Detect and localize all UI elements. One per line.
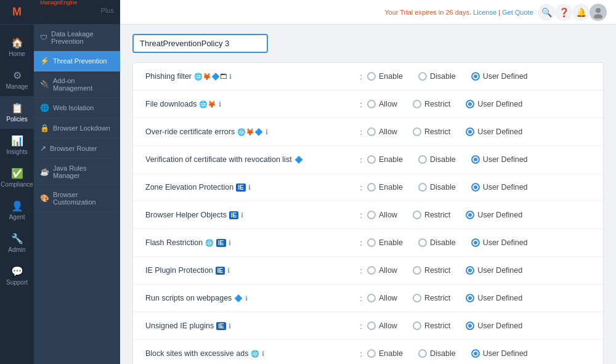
sub-sidebar-addon-label: Add-on Management <box>53 77 114 92</box>
radio-userdefined-excessive-ads[interactable]: User Defined <box>471 349 528 358</box>
sidebar-item-support-label: Support <box>6 279 28 286</box>
radio-allow-file-downloads[interactable]: Allow <box>367 100 397 108</box>
sidebar-item-admin-label: Admin <box>8 246 25 253</box>
sub-sidebar-item-threat-prevention[interactable]: ⚡ Threat Prevention <box>34 51 120 71</box>
radio-userdefined-flash-restriction[interactable]: User Defined <box>471 238 528 247</box>
info-icon-flash-restriction[interactable]: ℹ <box>229 239 231 247</box>
table-row: Browser Helper Objects IE ℹ : Allow Rest… <box>133 201 603 229</box>
sub-sidebar-item-browser-router[interactable]: ↗ Browser Router <box>34 139 120 159</box>
radio-enable-flash-restriction[interactable]: Enable <box>367 238 403 247</box>
sub-sidebar-java-label: Java Rules Manager <box>53 164 114 179</box>
sidebar-item-support[interactable]: 💬 Support <box>0 259 34 292</box>
setting-label-file-downloads: File downloads 🌐🦊 ℹ <box>145 100 355 108</box>
router-icon: ↗ <box>40 144 46 153</box>
radio-enable-zone-elevation[interactable]: Enable <box>367 183 403 192</box>
sidebar-item-compliance[interactable]: ✅ Compliance <box>0 161 34 194</box>
radio-restrict-browser-helper[interactable]: Restrict <box>413 211 450 219</box>
help-button[interactable]: ❓ <box>555 4 572 21</box>
radio-restrict-file-downloads[interactable]: Restrict <box>413 100 450 108</box>
lockdown-icon: 🔒 <box>40 124 49 132</box>
info-icon-run-scripts[interactable]: ℹ <box>245 294 248 302</box>
radio-enable-cert-revocation[interactable]: Enable <box>367 155 403 164</box>
policy-name-input[interactable] <box>132 34 268 53</box>
main-area: Your Trial expires in 26 days. License |… <box>120 0 616 364</box>
sidebar-item-admin[interactable]: 🔧 Admin <box>0 227 34 259</box>
custom-icon: 🎨 <box>40 194 49 203</box>
svg-point-1 <box>594 14 602 18</box>
radio-restrict-unsigned-ie[interactable]: Restrict <box>413 322 450 330</box>
radio-userdefined-run-scripts[interactable]: User Defined <box>466 294 522 302</box>
radio-userdefined-browser-helper[interactable]: User Defined <box>466 211 522 219</box>
insights-icon: 📊 <box>11 135 23 147</box>
table-row: Run scripts on webpages 🔷 ℹ : Allow Rest… <box>133 285 603 312</box>
radio-allow-cert-errors[interactable]: Allow <box>367 127 397 136</box>
sidebar-item-manage[interactable]: ⚙ Manage <box>0 63 34 96</box>
info-icon-phishing[interactable]: ℹ <box>229 73 232 81</box>
app-brand: ManageEngine Browser Security Plus <box>40 0 114 23</box>
sidebar-item-agent[interactable]: 👤 Agent <box>0 194 34 227</box>
sidebar-item-manage-label: Manage <box>6 83 28 90</box>
settings-card: Phishing filter 🌐🦊🔷🗔 ℹ : Enable Disable … <box>132 62 604 364</box>
table-row: Flash Restriction 🌐 IE ℹ : Enable Disabl… <box>133 229 603 257</box>
radio-userdefined-phishing[interactable]: User Defined <box>471 72 528 81</box>
info-icon-excessive-ads[interactable]: ℹ <box>262 350 264 358</box>
radio-disable-zone-elevation[interactable]: Disable <box>418 183 456 192</box>
sub-sidebar-item-web-isolation[interactable]: 🌐 Web Isolation <box>34 98 120 118</box>
manage-icon: ⚙ <box>13 70 22 81</box>
radio-userdefined-unsigned-ie[interactable]: User Defined <box>466 322 522 330</box>
sidebar-item-policies[interactable]: 📋 Policies <box>0 96 34 129</box>
get-quote-link[interactable]: Get Quote <box>502 9 533 16</box>
radio-enable-phishing[interactable]: Enable <box>367 72 403 81</box>
radio-disable-excessive-ads[interactable]: Disable <box>418 349 456 358</box>
info-icon-ie-plugin[interactable]: ℹ <box>227 267 230 275</box>
java-icon: ☕ <box>40 168 49 176</box>
radio-userdefined-file-downloads[interactable]: User Defined <box>466 100 522 108</box>
setting-label-excessive-ads: Block sites with excessive ads 🌐 ℹ <box>145 349 355 358</box>
sub-sidebar-item-browser-custom[interactable]: 🎨 Browser Customization <box>34 185 120 212</box>
radio-userdefined-cert-revocation[interactable]: User Defined <box>471 155 528 164</box>
sub-sidebar-item-data-leakage[interactable]: 🛡 Data Leakage Prevention <box>34 25 120 51</box>
radio-allow-run-scripts[interactable]: Allow <box>367 294 397 302</box>
info-icon-cert-errors[interactable]: ℹ <box>265 128 268 136</box>
sub-sidebar-item-browser-lockdown[interactable]: 🔒 Browser Lockdown <box>34 118 120 139</box>
sub-sidebar-router-label: Browser Router <box>50 145 97 152</box>
info-icon-zone-elevation[interactable]: ℹ <box>248 184 251 192</box>
sub-sidebar-web-label: Web Isolation <box>53 104 94 111</box>
content-area: Phishing filter 🌐🦊🔷🗔 ℹ : Enable Disable … <box>120 25 616 364</box>
sub-sidebar-item-java-rules[interactable]: ☕ Java Rules Manager <box>34 159 120 185</box>
radio-restrict-run-scripts[interactable]: Restrict <box>413 294 450 302</box>
avatar-icon <box>592 6 604 18</box>
trial-text: Your Trial expires in 26 days. License |… <box>384 9 533 16</box>
radio-userdefined-cert-errors[interactable]: User Defined <box>466 127 522 136</box>
sidebar-item-policies-label: Policies <box>6 116 27 123</box>
search-button[interactable]: 🔍 <box>538 4 555 21</box>
home-icon: 🏠 <box>11 37 23 49</box>
radio-enable-excessive-ads[interactable]: Enable <box>367 349 403 358</box>
radio-userdefined-zone-elevation[interactable]: User Defined <box>471 183 528 192</box>
radio-disable-phishing[interactable]: Disable <box>418 72 456 81</box>
radio-allow-browser-helper[interactable]: Allow <box>367 211 397 219</box>
radio-restrict-ie-plugin[interactable]: Restrict <box>413 266 450 275</box>
radio-allow-unsigned-ie[interactable]: Allow <box>367 322 397 330</box>
radio-userdefined-ie-plugin[interactable]: User Defined <box>466 266 522 275</box>
threat-icon: ⚡ <box>40 57 49 65</box>
user-avatar[interactable] <box>590 4 607 21</box>
radio-restrict-cert-errors[interactable]: Restrict <box>413 127 450 136</box>
table-row: Phishing filter 🌐🦊🔷🗔 ℹ : Enable Disable … <box>133 63 603 91</box>
info-icon-unsigned-ie[interactable]: ℹ <box>229 322 231 330</box>
info-icon-file-downloads[interactable]: ℹ <box>219 100 221 108</box>
radio-disable-cert-revocation[interactable]: Disable <box>418 155 456 164</box>
table-row: Verification of certificate with revocat… <box>133 146 603 174</box>
license-link[interactable]: License <box>473 9 496 16</box>
sidebar-item-agent-label: Agent <box>9 214 25 220</box>
sub-sidebar-item-addon-mgmt[interactable]: 🔌 Add-on Management <box>34 71 120 98</box>
sidebar-item-compliance-label: Compliance <box>1 181 33 188</box>
sidebar-item-home[interactable]: 🏠 Home <box>0 31 34 63</box>
support-icon: 💬 <box>11 265 23 277</box>
radio-allow-ie-plugin[interactable]: Allow <box>367 266 397 275</box>
notifications-button[interactable]: 🔔 <box>572 4 590 21</box>
shield-icon: 🛡 <box>40 33 47 42</box>
sidebar-item-insights[interactable]: 📊 Insights <box>0 129 34 161</box>
info-icon-browser-helper[interactable]: ℹ <box>241 211 243 219</box>
radio-disable-flash-restriction[interactable]: Disable <box>418 238 456 247</box>
